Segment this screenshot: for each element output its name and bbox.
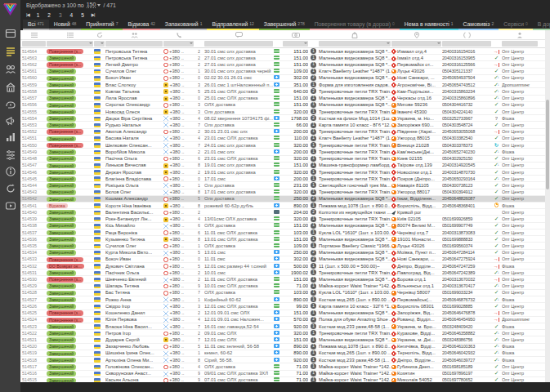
status-column-icon[interactable] <box>67 32 74 38</box>
id-column-icon[interactable] <box>31 32 38 38</box>
rows-per-page-arrow-icon[interactable] <box>97 4 101 7</box>
clients-icon[interactable] <box>5 64 16 75</box>
filter-manager-input[interactable] <box>502 41 538 47</box>
app-logo-icon[interactable] <box>2 2 18 16</box>
megaphone-icon[interactable] <box>5 115 16 127</box>
client-name: Головінова Олексан... <box>105 363 163 370</box>
product-column-icon[interactable] <box>351 32 358 38</box>
settings-sliders-icon[interactable] <box>5 149 16 160</box>
order-id: 514525 <box>22 310 46 316</box>
filter-comment-input[interactable] <box>204 41 273 47</box>
sales-channel-icon <box>163 82 168 87</box>
client-name: Кошеленко Данил <box>105 310 163 316</box>
client-name: Новосад Олеся <box>105 109 163 115</box>
stats-icon[interactable] <box>5 131 16 143</box>
sales-icon[interactable] <box>5 99 16 110</box>
page-button[interactable]: 2 <box>47 12 51 18</box>
comment-count: 8 <box>198 357 200 363</box>
tab-Відмова[interactable]: Відмова42 <box>123 20 159 30</box>
tab-Сервіси[interactable]: Сервіси0 <box>499 20 533 30</box>
tab-Повернення товару (в дорозі)[interactable]: Повернення товару (в дорозі)0 <box>310 20 400 30</box>
tab-count: 1 <box>200 21 203 26</box>
client-column-icon[interactable] <box>131 32 138 38</box>
filter-phone-input[interactable] <box>163 41 194 47</box>
order-note: 24.01 смс олх доставка <box>204 142 273 149</box>
filter-product-select[interactable] <box>319 41 391 47</box>
address-column-icon[interactable] <box>414 32 420 38</box>
order-note: кемел, 60-62 <box>204 350 273 356</box>
tab-Самовивіз[interactable]: Самовивіз2 <box>458 20 499 30</box>
tracking-column-icon[interactable] <box>463 32 471 38</box>
order-note: ОЛХ доставка <box>204 222 273 229</box>
dashboard-icon[interactable] <box>5 28 16 39</box>
manager-column-icon[interactable] <box>516 32 523 38</box>
country-cell <box>94 283 105 289</box>
sync-column-icon[interactable] <box>96 32 103 38</box>
order-total: 204.00 <box>283 209 308 216</box>
tracking-number: 0503248409420 <box>442 323 491 330</box>
ukraine-flag-icon <box>94 49 101 54</box>
status-cell: Повернення (з... <box>47 276 93 283</box>
status-cell: Завершений <box>47 229 93 236</box>
filter-id-input[interactable] <box>22 41 46 47</box>
filter-tracking-input[interactable] <box>442 41 491 47</box>
delivery-status-icon: → <box>494 310 500 316</box>
product-name: Карта памяти 10 класс - 8Гб *12... <box>319 122 391 128</box>
payment-cell <box>274 195 282 202</box>
delivery-status-icon: ✓ <box>494 303 499 310</box>
filter-payment-select[interactable] <box>283 41 308 47</box>
tab-Прийнятий[interactable]: Прийнятий7 <box>81 20 123 30</box>
scrollbar-thumb[interactable] <box>546 100 549 189</box>
order-id: 514530 <box>22 276 46 283</box>
comment-column-icon[interactable] <box>235 32 243 38</box>
filter-status-select[interactable] <box>47 41 93 47</box>
filter-client-input[interactable] <box>105 41 163 47</box>
status-cell: Завершений <box>47 74 93 81</box>
filter-country-select[interactable] <box>94 41 105 47</box>
client-name: Курта Микола Вікто... <box>105 249 163 256</box>
rows-per-page-value[interactable]: 150 <box>87 2 96 8</box>
payment-cell <box>274 88 282 95</box>
page-button[interactable]: 4 <box>70 12 74 18</box>
phone-cell: +380 .. <box>163 243 194 249</box>
shop-icon[interactable] <box>5 82 16 93</box>
phone-cell: +380 .. <box>163 128 194 135</box>
tab-Всі[interactable]: Всі471 <box>23 20 49 30</box>
info-icon[interactable] <box>5 166 16 177</box>
first-page-button[interactable]: |◀ <box>26 12 29 17</box>
payment-method-icon <box>274 69 279 73</box>
tab-Нема в наявності[interactable]: Нема в наявності1 <box>400 20 458 30</box>
product-name: Маленькая видеокамера SQ8 *... <box>319 256 391 262</box>
phone-column-icon[interactable] <box>176 32 182 38</box>
payment-method-icon <box>274 109 279 114</box>
money-received-arrow-icon: ↓ <box>497 358 499 362</box>
last-page-button[interactable]: ▶| <box>92 12 95 17</box>
carrier-icon <box>391 310 396 316</box>
page-button[interactable]: 5 <box>81 12 84 18</box>
refresh-icon[interactable] <box>5 183 16 194</box>
country-cell <box>94 229 105 236</box>
page-button[interactable]: 3 <box>59 12 62 18</box>
tab-Завершений[interactable]: Завершений278 <box>259 20 310 30</box>
carrier-icon <box>391 163 396 168</box>
ukraine-flag-icon <box>94 305 101 310</box>
tab-В дорозі додому[interactable]: В дорозі додому0 <box>533 20 550 30</box>
delivery-status-icon: ✓↓ <box>494 176 499 182</box>
order-total: 151.00 <box>283 276 308 283</box>
product-name: Тренировочные петли TRX Train... <box>319 270 391 276</box>
money-received-arrow-icon: ↓ <box>497 149 499 154</box>
phone-cell: +380 .. <box>163 189 194 195</box>
order-total: 151.00 <box>283 236 308 243</box>
page-button[interactable]: 1 <box>37 12 40 18</box>
filter-address-select[interactable] <box>391 41 441 47</box>
tab-Запакований[interactable]: Запакований1 <box>160 20 208 30</box>
delivery-status-icon: ✓ <box>494 195 499 202</box>
vertical-scrollbar[interactable] <box>545 30 550 382</box>
payment-cell <box>274 182 282 189</box>
payment-column-icon[interactable] <box>292 32 300 38</box>
orders-icon[interactable] <box>5 46 16 57</box>
video-icon[interactable] <box>5 200 16 212</box>
tab-Відправлений[interactable]: Відправлений12 <box>207 20 258 30</box>
client-name: Юлія Первова <box>105 316 163 323</box>
tab-Новий[interactable]: Новий48 <box>49 20 81 30</box>
